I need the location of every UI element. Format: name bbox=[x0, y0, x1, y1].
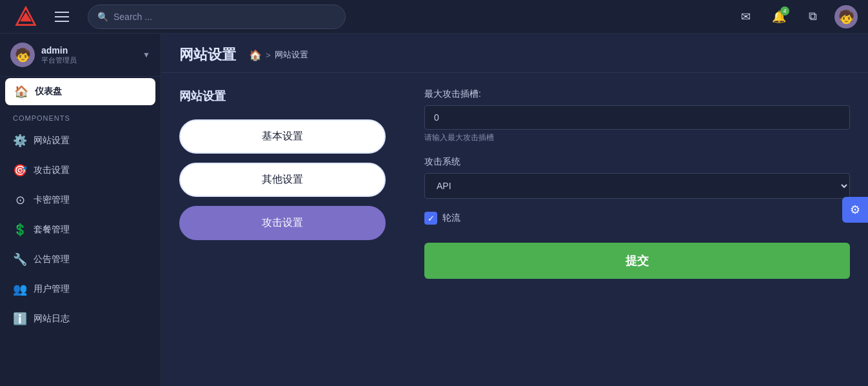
breadcrumb-separator: > bbox=[266, 50, 271, 60]
checkbox-row: ✓ 轮流 bbox=[424, 212, 850, 225]
sidebar-item-label: 仪表盘 bbox=[35, 86, 62, 97]
sidebar-item-label: 攻击设置 bbox=[34, 165, 70, 176]
wrench-icon: 🔧 bbox=[13, 252, 27, 267]
sidebar-item-label: 套餐管理 bbox=[34, 224, 70, 236]
sidebar-nav-item-attack-settings[interactable]: 🎯 攻击设置 bbox=[0, 156, 161, 185]
sidebar-item-label: 用户管理 bbox=[34, 283, 70, 295]
sidebar-user-role: 平台管理员 bbox=[41, 56, 143, 65]
sidebar-item-label: 网站设置 bbox=[34, 135, 70, 147]
hamburger-button[interactable] bbox=[46, 12, 77, 22]
section-title: 网站设置 bbox=[179, 88, 386, 104]
sidebar-item-label: 公告管理 bbox=[34, 254, 70, 265]
sidebar-nav-item-dashboard[interactable]: 🏠 仪表盘 bbox=[5, 78, 155, 105]
attack-settings-tab[interactable]: 攻击设置 bbox=[179, 206, 386, 240]
search-input[interactable] bbox=[113, 12, 336, 22]
notification-badge: 4 bbox=[780, 6, 789, 15]
target-icon: 🎯 bbox=[13, 163, 27, 178]
dollar-icon: 💲 bbox=[13, 223, 27, 237]
sidebar-nav-item-announcement-management[interactable]: 🔧 公告管理 bbox=[0, 245, 161, 274]
header: 🔍 ✉ 🔔 4 ⧉ 🧒 bbox=[0, 0, 868, 34]
basic-settings-tab[interactable]: 基本设置 bbox=[179, 119, 386, 154]
breadcrumb-home-icon[interactable]: 🏠 bbox=[249, 49, 262, 61]
max-attack-slots-label: 最大攻击插槽: bbox=[424, 88, 850, 100]
sidebar-avatar: 🧒 bbox=[10, 43, 35, 67]
max-attack-slots-input[interactable]: 0 bbox=[424, 105, 850, 130]
page-title: 网站设置 bbox=[179, 45, 236, 65]
circle-icon: ⊙ bbox=[13, 193, 27, 207]
search-icon: 🔍 bbox=[97, 12, 108, 22]
sidebar-nav-item-package-management[interactable]: 💲 套餐管理 bbox=[0, 215, 161, 245]
users-icon: 👥 bbox=[13, 282, 27, 296]
form-area: 网站设置 基本设置 其他设置 攻击设置 最大攻击插槽: 0 请输入最大攻击插槽 … bbox=[161, 73, 868, 294]
right-panel: 最大攻击插槽: 0 请输入最大攻击插槽 攻击系统 API ✓ 轮流 提交 bbox=[424, 88, 850, 279]
submit-button[interactable]: 提交 bbox=[424, 243, 850, 279]
page-header: 网站设置 🏠 > 网站设置 bbox=[161, 34, 868, 73]
layers-button[interactable]: ⧉ bbox=[801, 5, 824, 28]
logo bbox=[10, 5, 41, 28]
mail-button[interactable]: ✉ bbox=[734, 5, 757, 28]
content-area: 网站设置 🏠 > 网站设置 网站设置 基本设置 其他设置 攻击设置 最大攻击插槽… bbox=[161, 34, 868, 386]
header-icons: ✉ 🔔 4 ⧉ 🧒 bbox=[734, 5, 858, 28]
breadcrumb: 🏠 > 网站设置 bbox=[249, 49, 308, 61]
sidebar-item-label: 网站日志 bbox=[34, 313, 70, 325]
user-avatar[interactable]: 🧒 bbox=[834, 5, 858, 28]
left-panel: 网站设置 基本设置 其他设置 攻击设置 bbox=[179, 88, 386, 279]
sidebar-nav-item-user-management[interactable]: 👥 用户管理 bbox=[0, 274, 161, 304]
sidebar: 🧒 admin 平台管理员 ▼ 🏠 仪表盘 COMPONENTS ⚙️ 网站设置… bbox=[0, 34, 161, 386]
info-icon: ℹ️ bbox=[13, 312, 27, 326]
other-settings-tab[interactable]: 其他设置 bbox=[179, 163, 386, 197]
sidebar-user[interactable]: 🧒 admin 平台管理员 ▼ bbox=[0, 34, 161, 77]
breadcrumb-current: 网站设置 bbox=[275, 49, 308, 61]
home-icon: 🏠 bbox=[14, 85, 28, 99]
max-attack-slots-group: 最大攻击插槽: 0 请输入最大攻击插槽 bbox=[424, 88, 850, 143]
gear-icon: ⚙️ bbox=[13, 134, 27, 148]
search-bar: 🔍 bbox=[88, 5, 346, 29]
attack-system-select[interactable]: API bbox=[424, 173, 850, 199]
max-attack-slots-hint: 请输入最大攻击插槽 bbox=[424, 132, 850, 143]
notification-button[interactable]: 🔔 4 bbox=[767, 5, 791, 28]
attack-system-group: 攻击系统 API bbox=[424, 156, 850, 199]
sidebar-user-name: admin bbox=[41, 45, 143, 56]
sidebar-user-arrow: ▼ bbox=[143, 50, 150, 59]
sidebar-item-label: 卡密管理 bbox=[34, 194, 70, 206]
sidebar-nav-item-website-settings[interactable]: ⚙️ 网站设置 bbox=[0, 126, 161, 156]
attack-system-label: 攻击系统 bbox=[424, 156, 850, 168]
sidebar-nav-item-card-management[interactable]: ⊙ 卡密管理 bbox=[0, 185, 161, 215]
components-label: COMPONENTS bbox=[0, 107, 161, 126]
main-layout: 🧒 admin 平台管理员 ▼ 🏠 仪表盘 COMPONENTS ⚙️ 网站设置… bbox=[0, 34, 868, 386]
floating-settings-button[interactable]: ⚙ bbox=[842, 197, 868, 223]
sidebar-user-info: admin 平台管理员 bbox=[41, 45, 143, 65]
round-robin-label: 轮流 bbox=[442, 212, 460, 224]
sidebar-nav-item-site-logs[interactable]: ℹ️ 网站日志 bbox=[0, 304, 161, 334]
round-robin-checkbox[interactable]: ✓ bbox=[424, 212, 437, 225]
